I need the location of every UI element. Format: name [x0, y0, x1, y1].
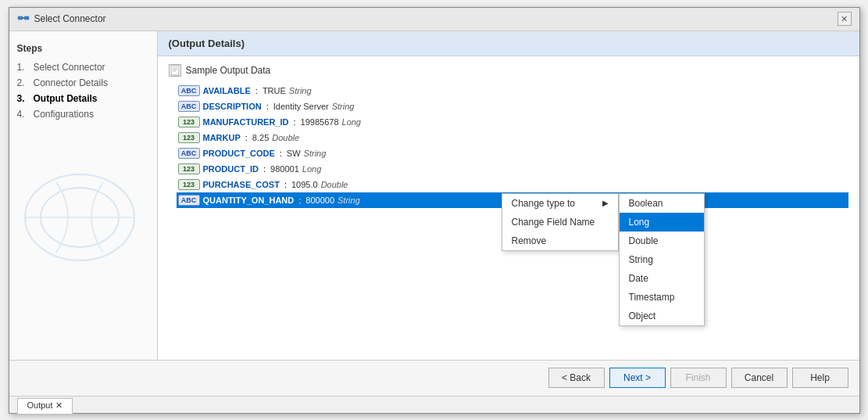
context-menu: Change type to ▶ Change Field Name Remov…: [502, 193, 619, 251]
footer: < Back Next > Finish Cancel Help: [9, 360, 859, 396]
submenu-item[interactable]: Boolean: [620, 194, 704, 213]
content-area: (Output Details) Sample Output Data: [158, 31, 859, 360]
title-bar: Select Connector ✕: [9, 8, 859, 31]
step-2-label: Connector Details: [34, 77, 108, 88]
content-body: Sample Output Data ABCAVAILABLE : TRUE S…: [158, 56, 859, 360]
field-type: String: [338, 196, 360, 205]
field-type: Long: [302, 164, 321, 174]
output-tab[interactable]: Output ✕: [17, 398, 73, 414]
dialog-title: Select Connector: [34, 13, 106, 24]
field-colon: :: [280, 149, 282, 158]
step-3-label: Output Details: [34, 93, 98, 104]
svg-rect-6: [171, 66, 179, 75]
field-item[interactable]: 123PRODUCT_ID : 980001 Long: [177, 161, 848, 177]
sample-output-label: Sample Output Data: [169, 64, 848, 77]
submenu: BooleanLongDoubleStringDateTimestampObje…: [619, 193, 705, 326]
sample-output-text: Sample Output Data: [186, 65, 271, 76]
field-colon: :: [266, 102, 269, 111]
field-name: PURCHASE_COST: [203, 180, 280, 189]
doc-icon: [169, 64, 181, 77]
field-item[interactable]: ABCAVAILABLE : TRUE String: [177, 83, 848, 99]
cancel-button[interactable]: Cancel: [731, 368, 788, 388]
field-badge: 123: [178, 163, 200, 174]
field-badge: ABC: [178, 101, 200, 112]
submenu-arrow: ▶: [602, 199, 609, 207]
field-item[interactable]: 123PURCHASE_COST : 1095.0 Double: [177, 177, 848, 192]
help-button[interactable]: Help: [792, 368, 848, 388]
svg-rect-1: [24, 16, 29, 20]
submenu-item[interactable]: String: [620, 250, 704, 269]
submenu-item[interactable]: Date: [620, 269, 704, 288]
step-4-label: Configurations: [34, 109, 94, 120]
main-content: Steps 1. Select Connector 2. Connector D…: [9, 31, 859, 360]
field-colon: :: [294, 117, 296, 127]
field-value: 1095.0: [291, 180, 318, 189]
content-header: (Output Details): [158, 31, 859, 56]
field-type: Long: [342, 117, 361, 127]
field-type: String: [289, 86, 312, 95]
submenu-item[interactable]: Timestamp: [620, 288, 704, 307]
svg-rect-0: [18, 16, 23, 20]
field-name: QUANTITY_ON_HAND: [203, 196, 295, 205]
field-value: TRUE: [263, 86, 286, 95]
step-1-label: Select Connector: [34, 62, 105, 73]
title-bar-left: Select Connector: [17, 13, 106, 25]
field-item[interactable]: ABCPRODUCT_CODE : SW String: [177, 145, 848, 161]
field-colon: :: [298, 196, 301, 205]
finish-button[interactable]: Finish: [670, 368, 727, 388]
field-colon: :: [284, 180, 287, 189]
field-name: PRODUCT_CODE: [203, 149, 275, 158]
field-badge: 123: [178, 132, 200, 143]
step-4: 4. Configurations: [17, 109, 149, 120]
field-item[interactable]: ABCDESCRIPTION : Identity Server String: [177, 99, 848, 114]
field-type: String: [304, 149, 327, 158]
field-name: PRODUCT_ID: [203, 164, 259, 174]
field-value: 8.25: [252, 133, 269, 142]
step-2: 2. Connector Details: [17, 77, 149, 88]
field-value: 19985678: [301, 117, 339, 127]
close-button[interactable]: ✕: [838, 12, 852, 26]
field-list: ABCAVAILABLE : TRUE StringABCDESCRIPTION…: [177, 83, 848, 208]
field-type: Double: [321, 180, 348, 189]
submenu-item[interactable]: Long: [620, 213, 704, 232]
context-menu-change-field[interactable]: Change Field Name: [502, 213, 618, 232]
field-value: 980001: [270, 164, 299, 174]
next-button[interactable]: Next >: [609, 368, 666, 388]
submenu-item[interactable]: Object: [620, 307, 704, 325]
field-value: SW: [287, 149, 301, 158]
field-colon: :: [255, 86, 258, 95]
connector-icon: [17, 13, 30, 25]
field-type: String: [332, 102, 355, 111]
context-menu-change-type[interactable]: Change type to ▶: [502, 194, 618, 213]
field-item[interactable]: 123MARKUP : 8.25 Double: [177, 130, 848, 145]
sidebar-decoration: [17, 167, 149, 271]
field-type: Double: [272, 133, 299, 142]
submenu-item[interactable]: Double: [620, 232, 704, 250]
field-name: MANUFACTURER_ID: [203, 117, 289, 127]
field-value: Identity Server: [273, 102, 329, 111]
main-dialog: Select Connector ✕ Steps 1. Select Conne…: [9, 7, 860, 414]
step-3: 3. Output Details: [17, 93, 149, 104]
step-1: 1. Select Connector: [17, 62, 149, 73]
field-badge: 123: [178, 179, 200, 190]
field-badge: ABC: [178, 85, 200, 96]
field-item[interactable]: 123MANUFACTURER_ID : 19985678 Long: [177, 114, 848, 130]
field-value: 800000: [305, 196, 334, 205]
steps-title: Steps: [17, 43, 149, 54]
field-colon: :: [245, 133, 248, 142]
field-colon: :: [263, 164, 266, 174]
field-badge: ABC: [178, 195, 200, 206]
tab-bar: Output ✕: [9, 396, 859, 413]
field-badge: 123: [178, 117, 200, 127]
field-badge: ABC: [178, 148, 200, 159]
sidebar: Steps 1. Select Connector 2. Connector D…: [9, 31, 158, 360]
field-name: MARKUP: [203, 133, 241, 142]
field-name: AVAILABLE: [203, 86, 251, 95]
back-button[interactable]: < Back: [548, 368, 605, 388]
context-menu-remove[interactable]: Remove: [502, 232, 618, 250]
field-name: DESCRIPTION: [203, 102, 262, 111]
